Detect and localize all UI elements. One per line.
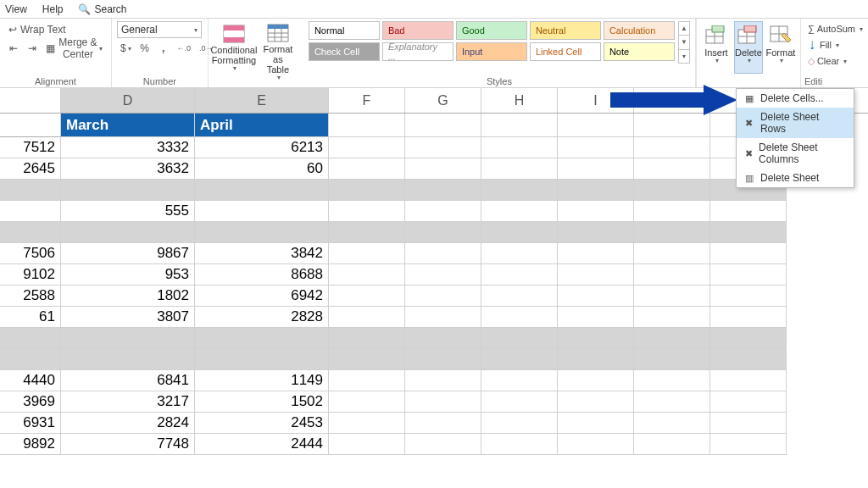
format-button[interactable]: Format ▾ bbox=[766, 21, 795, 74]
cell-style-note[interactable]: Note bbox=[604, 42, 675, 61]
cell-empty[interactable] bbox=[405, 370, 481, 391]
cell-empty[interactable] bbox=[634, 243, 710, 264]
format-as-table-button[interactable]: Format as Table ▾ bbox=[258, 21, 298, 74]
cell-empty[interactable] bbox=[481, 180, 558, 201]
cell-empty[interactable] bbox=[481, 243, 558, 264]
cell[interactable]: 953 bbox=[61, 264, 195, 286]
cell-empty[interactable] bbox=[634, 370, 710, 391]
indent-decrease-button[interactable]: ⇤ bbox=[5, 40, 22, 57]
cell-empty[interactable] bbox=[329, 114, 405, 137]
cell[interactable] bbox=[195, 180, 329, 201]
cell-empty[interactable] bbox=[634, 222, 710, 243]
cell[interactable] bbox=[0, 201, 61, 222]
cell[interactable] bbox=[0, 222, 61, 243]
cell-empty[interactable] bbox=[405, 434, 481, 455]
cell[interactable]: 1502 bbox=[195, 391, 329, 413]
cell-style-bad[interactable]: Bad bbox=[382, 21, 453, 40]
cell[interactable]: 3632 bbox=[61, 158, 195, 180]
cell[interactable]: 4440 bbox=[0, 370, 61, 391]
cell-empty[interactable] bbox=[481, 307, 558, 328]
increase-decimal-button[interactable]: ←.0 bbox=[174, 40, 195, 57]
cell-empty[interactable] bbox=[558, 434, 634, 455]
cell-empty[interactable] bbox=[634, 328, 710, 349]
cell-empty[interactable] bbox=[405, 243, 481, 264]
delete-menu-delete-sheet-rows[interactable]: ✖Delete Sheet Rows bbox=[737, 108, 854, 138]
cell[interactable]: 1802 bbox=[61, 286, 195, 307]
cell-empty[interactable] bbox=[558, 222, 634, 243]
cell[interactable]: 9867 bbox=[61, 243, 195, 264]
gallery-more-icon[interactable]: ▾ bbox=[679, 50, 689, 63]
cell-empty[interactable] bbox=[558, 201, 634, 222]
cell-empty[interactable] bbox=[481, 286, 558, 307]
cell[interactable]: 2645 bbox=[0, 158, 61, 180]
comma-button[interactable]: , bbox=[155, 40, 172, 57]
cell-empty[interactable] bbox=[329, 328, 405, 349]
table-row[interactable]: 444068411149 bbox=[0, 370, 868, 391]
insert-button[interactable]: Insert ▾ bbox=[702, 21, 731, 74]
cell[interactable]: 7506 bbox=[0, 243, 61, 264]
cell-empty[interactable] bbox=[481, 158, 558, 180]
cell-empty[interactable] bbox=[558, 349, 634, 370]
table-row[interactable]: 555 bbox=[0, 201, 868, 222]
cell-empty[interactable] bbox=[329, 286, 405, 307]
cell-empty[interactable] bbox=[558, 180, 634, 201]
cell-empty[interactable] bbox=[329, 201, 405, 222]
cell-empty[interactable] bbox=[405, 158, 481, 180]
cell[interactable] bbox=[61, 222, 195, 243]
cell-empty[interactable] bbox=[405, 137, 481, 158]
cell-empty[interactable] bbox=[558, 391, 634, 413]
table-row[interactable]: 91029538688 bbox=[0, 264, 868, 286]
cell-empty[interactable] bbox=[405, 114, 481, 137]
cell-empty[interactable] bbox=[405, 413, 481, 434]
cell[interactable] bbox=[0, 180, 61, 201]
cell[interactable] bbox=[61, 349, 195, 370]
cell-empty[interactable] bbox=[405, 349, 481, 370]
cell[interactable]: 2453 bbox=[195, 413, 329, 434]
indent-increase-button[interactable]: ⇥ bbox=[24, 40, 41, 57]
cell-empty[interactable] bbox=[405, 391, 481, 413]
cell[interactable] bbox=[61, 328, 195, 349]
menu-help[interactable]: Help bbox=[42, 3, 64, 15]
cell-style-input[interactable]: Input bbox=[456, 42, 527, 61]
cell[interactable] bbox=[0, 328, 61, 349]
cell[interactable] bbox=[61, 180, 195, 201]
cell-empty[interactable] bbox=[710, 328, 787, 349]
table-row[interactable]: 693128242453 bbox=[0, 413, 868, 434]
cell-empty[interactable] bbox=[329, 370, 405, 391]
cell-empty[interactable] bbox=[329, 180, 405, 201]
cell-empty[interactable] bbox=[634, 434, 710, 455]
cell-style-explanatory-[interactable]: Explanatory ... bbox=[382, 42, 453, 61]
cell[interactable]: 6213 bbox=[195, 137, 329, 158]
tell-me-search[interactable]: 🔍 Search bbox=[78, 3, 126, 15]
cell-empty[interactable] bbox=[710, 222, 787, 243]
delete-menu-delete-sheet[interactable]: ▥Delete Sheet bbox=[737, 169, 854, 187]
cell-empty[interactable] bbox=[481, 137, 558, 158]
cell-style-normal[interactable]: Normal bbox=[309, 21, 380, 40]
cell-empty[interactable] bbox=[481, 222, 558, 243]
column-header-F[interactable]: F bbox=[329, 88, 405, 113]
cell[interactable]: 6942 bbox=[195, 286, 329, 307]
table-row[interactable]: 989277482444 bbox=[0, 434, 868, 455]
cell-empty[interactable] bbox=[329, 307, 405, 328]
cell-empty[interactable] bbox=[329, 391, 405, 413]
cell-empty[interactable] bbox=[558, 158, 634, 180]
cell-empty[interactable] bbox=[329, 413, 405, 434]
cell-style-good[interactable]: Good bbox=[456, 21, 527, 40]
cell[interactable]: 60 bbox=[195, 158, 329, 180]
cell-empty[interactable] bbox=[481, 370, 558, 391]
table-row[interactable] bbox=[0, 222, 868, 243]
cell[interactable] bbox=[195, 349, 329, 370]
cell-styles-gallery[interactable]: NormalBadGoodNeutralCalculation Check Ce… bbox=[309, 21, 675, 61]
cell-empty[interactable] bbox=[710, 307, 787, 328]
cell-empty[interactable] bbox=[481, 413, 558, 434]
merge-center-button[interactable]: ▦ Merge & Center ▾ bbox=[42, 40, 106, 57]
conditional-formatting-button[interactable]: Conditional Formatting ▾ bbox=[214, 21, 254, 74]
cell-empty[interactable] bbox=[558, 114, 634, 137]
header-cell[interactable] bbox=[0, 114, 61, 137]
cell-empty[interactable] bbox=[558, 370, 634, 391]
cell-empty[interactable] bbox=[405, 307, 481, 328]
cell[interactable] bbox=[195, 201, 329, 222]
accounting-format-button[interactable]: $▾ bbox=[117, 40, 135, 57]
cell-empty[interactable] bbox=[634, 391, 710, 413]
fill-button[interactable]: ⭣ Fill ▾ bbox=[808, 37, 863, 53]
